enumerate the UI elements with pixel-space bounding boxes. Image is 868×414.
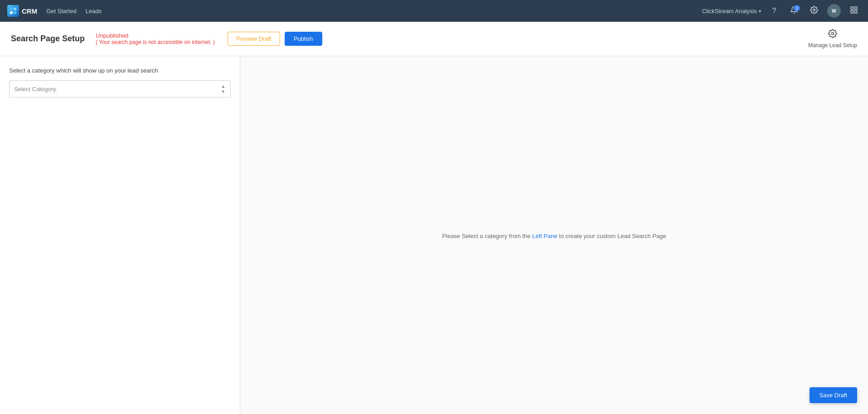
unpublished-desc: ( Your search page is not accessible on … (96, 39, 215, 45)
save-draft-wrap: Save Draft (810, 387, 857, 403)
help-button[interactable]: ? (767, 4, 781, 18)
category-select[interactable]: Select Category. (14, 86, 221, 93)
nav-leads[interactable]: Leads (86, 8, 102, 15)
manage-lead-label: Manage Lead Setup (808, 42, 857, 49)
right-pane: Please Select a category from the Left P… (240, 56, 868, 414)
help-icon: ? (772, 7, 776, 15)
left-pane-link[interactable]: Left Pane (532, 233, 558, 239)
unpublished-label: Unpublished (96, 32, 215, 39)
avatar[interactable]: W (827, 4, 841, 18)
page-header: Search Page Setup Unpublished ( Your sea… (0, 22, 868, 56)
app-name-selector[interactable]: ClickStream Analysis ▾ (702, 8, 761, 15)
left-pane: Select a category which will show up on … (0, 56, 240, 414)
manage-lead-setup[interactable]: Manage Lead Setup (808, 29, 857, 49)
message-prefix: Please Select a category from the (442, 233, 532, 239)
nav-left: CRM Get Started Leads (7, 5, 102, 17)
category-select-wrap[interactable]: Select Category. ▲ ▼ (9, 80, 231, 97)
svg-rect-7 (851, 11, 853, 13)
right-pane-message: Please Select a category from the Left P… (442, 233, 666, 239)
svg-rect-0 (10, 8, 13, 10)
crm-label: CRM (22, 7, 37, 15)
svg-rect-6 (855, 7, 857, 9)
settings-button[interactable] (807, 4, 821, 18)
preview-draft-button[interactable]: Preview Draft (228, 32, 280, 46)
crm-logo[interactable]: CRM (7, 5, 37, 17)
publish-button[interactable]: Publish (285, 32, 322, 46)
header-actions: Preview Draft Publish (228, 32, 322, 46)
message-suffix: to create your custom Lead Search Page (558, 233, 666, 239)
nav-get-started[interactable]: Get Started (46, 8, 76, 15)
main-content: Select a category which will show up on … (0, 56, 868, 414)
chevrons-icon: ▲ ▼ (221, 84, 226, 94)
svg-rect-2 (10, 11, 13, 14)
app-name-label: ClickStream Analysis (702, 8, 757, 15)
svg-point-4 (813, 9, 815, 11)
page-title: Search Page Setup (11, 34, 85, 44)
unpublished-info: Unpublished ( Your search page is not ac… (96, 32, 215, 45)
nav-right: ClickStream Analysis ▾ ? 0 W (702, 4, 861, 18)
grid-apps-button[interactable] (847, 4, 861, 18)
svg-rect-1 (14, 8, 16, 10)
gear-icon (810, 6, 818, 16)
chevron-down-icon: ▾ (759, 9, 761, 14)
svg-rect-8 (855, 11, 857, 13)
logo-icon (7, 5, 19, 17)
svg-point-9 (831, 33, 834, 35)
grid-icon (850, 6, 858, 16)
notification-badge: 0 (794, 5, 800, 11)
notifications-button[interactable]: 0 (787, 4, 801, 18)
category-instruction: Select a category which will show up on … (9, 67, 231, 74)
settings-gear-icon (828, 29, 837, 40)
save-draft-button[interactable]: Save Draft (810, 387, 857, 403)
svg-rect-5 (851, 7, 853, 9)
svg-rect-3 (14, 11, 16, 14)
top-navigation: CRM Get Started Leads ClickStream Analys… (0, 0, 868, 22)
